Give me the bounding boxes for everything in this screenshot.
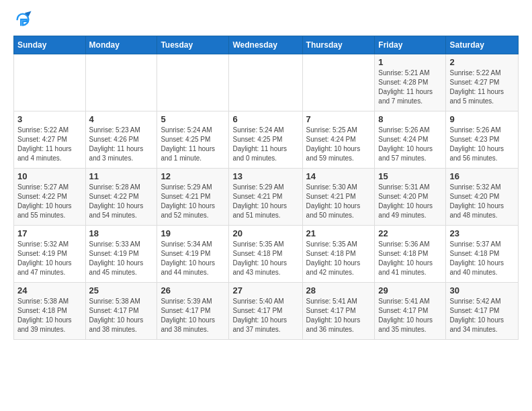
day-header-saturday: Saturday xyxy=(446,36,519,54)
calendar-cell: 9Sunrise: 5:26 AMSunset: 4:23 PMDaylight… xyxy=(446,111,519,169)
day-header-sunday: Sunday xyxy=(14,36,86,54)
day-info: Sunrise: 5:26 AMSunset: 4:23 PMDaylight:… xyxy=(449,126,515,163)
day-info: Sunrise: 5:40 AMSunset: 4:17 PMDaylight:… xyxy=(232,297,298,334)
day-number: 24 xyxy=(17,285,82,295)
calendar-cell: 17Sunrise: 5:32 AMSunset: 4:19 PMDayligh… xyxy=(14,226,86,283)
day-info: Sunrise: 5:38 AMSunset: 4:18 PMDaylight:… xyxy=(17,297,82,334)
day-number: 9 xyxy=(449,114,515,124)
calendar-cell: 16Sunrise: 5:32 AMSunset: 4:20 PMDayligh… xyxy=(446,169,519,226)
calendar-cell: 14Sunrise: 5:30 AMSunset: 4:21 PMDayligh… xyxy=(302,169,375,226)
day-info: Sunrise: 5:22 AMSunset: 4:27 PMDaylight:… xyxy=(17,126,82,163)
day-number: 8 xyxy=(378,114,442,124)
calendar-cell: 22Sunrise: 5:36 AMSunset: 4:18 PMDayligh… xyxy=(375,226,446,283)
day-info: Sunrise: 5:27 AMSunset: 4:22 PMDaylight:… xyxy=(17,183,82,220)
day-info: Sunrise: 5:33 AMSunset: 4:19 PMDaylight:… xyxy=(89,240,154,277)
day-info: Sunrise: 5:25 AMSunset: 4:24 PMDaylight:… xyxy=(306,126,371,163)
day-header-wednesday: Wednesday xyxy=(229,36,302,54)
day-number: 15 xyxy=(378,171,442,181)
day-info: Sunrise: 5:24 AMSunset: 4:25 PMDaylight:… xyxy=(232,126,298,163)
calendar-cell: 6Sunrise: 5:24 AMSunset: 4:25 PMDaylight… xyxy=(229,111,302,169)
page: SundayMondayTuesdayWednesdayThursdayFrid… xyxy=(0,0,532,411)
day-number: 5 xyxy=(161,114,225,124)
calendar-cell: 24Sunrise: 5:38 AMSunset: 4:18 PMDayligh… xyxy=(14,283,86,340)
day-info: Sunrise: 5:41 AMSunset: 4:17 PMDaylight:… xyxy=(378,297,442,334)
calendar-cell xyxy=(85,54,157,111)
week-row-3: 17Sunrise: 5:32 AMSunset: 4:19 PMDayligh… xyxy=(14,226,519,283)
week-row-1: 3Sunrise: 5:22 AMSunset: 4:27 PMDaylight… xyxy=(14,111,519,169)
logo-icon xyxy=(13,10,32,29)
day-info: Sunrise: 5:31 AMSunset: 4:20 PMDaylight:… xyxy=(378,183,442,220)
day-number: 13 xyxy=(232,171,298,181)
day-info: Sunrise: 5:24 AMSunset: 4:25 PMDaylight:… xyxy=(161,126,225,163)
day-info: Sunrise: 5:28 AMSunset: 4:22 PMDaylight:… xyxy=(89,183,154,220)
day-info: Sunrise: 5:42 AMSunset: 4:17 PMDaylight:… xyxy=(449,297,515,334)
day-number: 6 xyxy=(232,114,298,124)
calendar-cell: 7Sunrise: 5:25 AMSunset: 4:24 PMDaylight… xyxy=(302,111,375,169)
calendar-header-row: SundayMondayTuesdayWednesdayThursdayFrid… xyxy=(14,36,519,54)
week-row-0: 1Sunrise: 5:21 AMSunset: 4:28 PMDaylight… xyxy=(14,54,519,111)
day-number: 25 xyxy=(89,285,154,295)
day-info: Sunrise: 5:32 AMSunset: 4:20 PMDaylight:… xyxy=(449,183,515,220)
logo xyxy=(13,10,35,29)
day-info: Sunrise: 5:36 AMSunset: 4:18 PMDaylight:… xyxy=(378,240,442,277)
day-info: Sunrise: 5:37 AMSunset: 4:18 PMDaylight:… xyxy=(449,240,515,277)
day-info: Sunrise: 5:32 AMSunset: 4:19 PMDaylight:… xyxy=(17,240,82,277)
day-info: Sunrise: 5:35 AMSunset: 4:18 PMDaylight:… xyxy=(232,240,298,277)
day-number: 1 xyxy=(378,57,442,67)
calendar-cell: 4Sunrise: 5:23 AMSunset: 4:26 PMDaylight… xyxy=(85,111,157,169)
calendar-cell xyxy=(14,54,86,111)
calendar-cell: 2Sunrise: 5:22 AMSunset: 4:27 PMDaylight… xyxy=(446,54,519,111)
calendar-cell: 3Sunrise: 5:22 AMSunset: 4:27 PMDaylight… xyxy=(14,111,86,169)
calendar-cell: 1Sunrise: 5:21 AMSunset: 4:28 PMDaylight… xyxy=(375,54,446,111)
header xyxy=(13,10,519,29)
calendar-cell: 12Sunrise: 5:29 AMSunset: 4:21 PMDayligh… xyxy=(157,169,229,226)
day-info: Sunrise: 5:29 AMSunset: 4:21 PMDaylight:… xyxy=(232,183,298,220)
calendar-cell: 11Sunrise: 5:28 AMSunset: 4:22 PMDayligh… xyxy=(85,169,157,226)
day-number: 30 xyxy=(449,285,515,295)
calendar-cell: 21Sunrise: 5:35 AMSunset: 4:18 PMDayligh… xyxy=(302,226,375,283)
calendar-cell: 5Sunrise: 5:24 AMSunset: 4:25 PMDaylight… xyxy=(157,111,229,169)
day-info: Sunrise: 5:41 AMSunset: 4:17 PMDaylight:… xyxy=(306,297,371,334)
day-number: 10 xyxy=(17,171,82,181)
day-info: Sunrise: 5:23 AMSunset: 4:26 PMDaylight:… xyxy=(89,126,154,163)
calendar-cell: 23Sunrise: 5:37 AMSunset: 4:18 PMDayligh… xyxy=(446,226,519,283)
calendar-cell: 28Sunrise: 5:41 AMSunset: 4:17 PMDayligh… xyxy=(302,283,375,340)
day-info: Sunrise: 5:30 AMSunset: 4:21 PMDaylight:… xyxy=(306,183,371,220)
calendar-cell: 20Sunrise: 5:35 AMSunset: 4:18 PMDayligh… xyxy=(229,226,302,283)
day-info: Sunrise: 5:34 AMSunset: 4:19 PMDaylight:… xyxy=(161,240,225,277)
day-info: Sunrise: 5:38 AMSunset: 4:17 PMDaylight:… xyxy=(89,297,154,334)
day-number: 26 xyxy=(161,285,225,295)
day-number: 29 xyxy=(378,285,442,295)
calendar: SundayMondayTuesdayWednesdayThursdayFrid… xyxy=(13,36,519,340)
day-info: Sunrise: 5:29 AMSunset: 4:21 PMDaylight:… xyxy=(161,183,225,220)
day-header-tuesday: Tuesday xyxy=(157,36,229,54)
day-number: 21 xyxy=(306,228,371,238)
week-row-2: 10Sunrise: 5:27 AMSunset: 4:22 PMDayligh… xyxy=(14,169,519,226)
day-number: 28 xyxy=(306,285,371,295)
calendar-cell: 19Sunrise: 5:34 AMSunset: 4:19 PMDayligh… xyxy=(157,226,229,283)
day-number: 20 xyxy=(232,228,298,238)
day-info: Sunrise: 5:39 AMSunset: 4:17 PMDaylight:… xyxy=(161,297,225,334)
day-info: Sunrise: 5:26 AMSunset: 4:24 PMDaylight:… xyxy=(378,126,442,163)
calendar-cell: 27Sunrise: 5:40 AMSunset: 4:17 PMDayligh… xyxy=(229,283,302,340)
calendar-cell: 30Sunrise: 5:42 AMSunset: 4:17 PMDayligh… xyxy=(446,283,519,340)
calendar-cell xyxy=(229,54,302,111)
calendar-cell: 13Sunrise: 5:29 AMSunset: 4:21 PMDayligh… xyxy=(229,169,302,226)
day-number: 22 xyxy=(378,228,442,238)
calendar-cell: 26Sunrise: 5:39 AMSunset: 4:17 PMDayligh… xyxy=(157,283,229,340)
day-number: 17 xyxy=(17,228,82,238)
day-info: Sunrise: 5:21 AMSunset: 4:28 PMDaylight:… xyxy=(378,68,442,106)
day-number: 16 xyxy=(449,171,515,181)
day-number: 12 xyxy=(161,171,225,181)
calendar-cell: 29Sunrise: 5:41 AMSunset: 4:17 PMDayligh… xyxy=(375,283,446,340)
day-header-thursday: Thursday xyxy=(302,36,375,54)
calendar-cell: 25Sunrise: 5:38 AMSunset: 4:17 PMDayligh… xyxy=(85,283,157,340)
day-info: Sunrise: 5:22 AMSunset: 4:27 PMDaylight:… xyxy=(449,68,515,106)
day-number: 14 xyxy=(306,171,371,181)
day-header-monday: Monday xyxy=(85,36,157,54)
day-number: 19 xyxy=(161,228,225,238)
calendar-cell: 10Sunrise: 5:27 AMSunset: 4:22 PMDayligh… xyxy=(14,169,86,226)
day-number: 11 xyxy=(89,171,154,181)
day-number: 27 xyxy=(232,285,298,295)
day-number: 2 xyxy=(449,57,515,67)
